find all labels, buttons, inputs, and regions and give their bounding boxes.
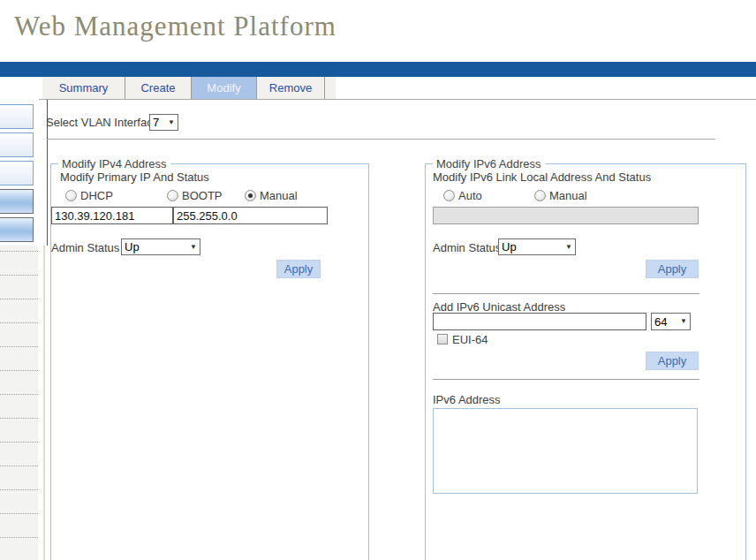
ipv6-apply-button[interactable]: Apply <box>646 260 699 278</box>
tab-bar: Summary Create Modify Remove <box>42 77 336 99</box>
sidebar-button-stack <box>0 104 34 246</box>
ipv6-section-title: Modify IPv6 Link Local Address And Statu… <box>433 170 651 184</box>
manual-radio-label: Manual <box>260 189 298 202</box>
auto-radio[interactable] <box>443 190 455 201</box>
ipv6-divider <box>433 293 699 294</box>
ipv6-admin-status-value: Up <box>502 240 517 254</box>
tab-summary[interactable]: Summary <box>42 77 125 99</box>
ipv6-address-listbox[interactable] <box>433 408 698 494</box>
sidebar-divider <box>43 246 45 560</box>
dhcp-radio[interactable] <box>65 190 77 201</box>
sidebar-tree-row <box>0 443 38 466</box>
sidebar-tree-row <box>0 514 38 538</box>
tab-create[interactable]: Create <box>125 77 192 99</box>
ipv6-admin-status-label: Admin Status <box>433 241 501 254</box>
ipv6-manual-radio[interactable] <box>534 190 546 201</box>
ipv4-admin-status-value: Up <box>125 240 140 254</box>
ipv4-address-input[interactable] <box>51 207 173 224</box>
dhcp-radio-label: DHCP <box>80 189 113 202</box>
sidebar-tree-row <box>0 323 38 347</box>
section-divider <box>47 139 715 140</box>
bootp-radio-label: BOOTP <box>182 189 223 202</box>
sidebar-item-selected[interactable] <box>0 189 34 214</box>
vlan-select-label: Select VLAN Interface <box>46 116 159 129</box>
sidebar-item-selected[interactable] <box>0 217 34 242</box>
manual-radio[interactable] <box>245 190 256 201</box>
prefix-length-select[interactable]: 64 ▼ <box>651 313 691 330</box>
ipv6-link-local-input <box>433 207 699 224</box>
ipv6-admin-status-select[interactable]: Up ▼ <box>498 238 576 255</box>
sidebar-item[interactable] <box>0 132 34 157</box>
ipv6-group-legend: Modify IPv6 Address <box>433 157 545 170</box>
tab-remove[interactable]: Remove <box>257 77 325 99</box>
tab-spacer <box>325 77 336 99</box>
auto-radio-label: Auto <box>458 189 482 202</box>
modify-ipv6-group: Modify IPv6 Address Modify IPv6 Link Loc… <box>425 163 746 560</box>
sidebar-tree-row <box>0 371 38 395</box>
ipv6-manual-radio-label: Manual <box>549 189 587 202</box>
sidebar-tree-row <box>0 395 38 419</box>
ipv4-mask-input[interactable] <box>173 207 328 224</box>
sidebar-tree-row <box>0 246 38 252</box>
ipv4-apply-button[interactable]: Apply <box>276 260 321 278</box>
dropdown-arrow-icon: ▼ <box>168 119 175 126</box>
dropdown-arrow-icon: ▼ <box>565 244 572 251</box>
sidebar-tree-row <box>0 490 38 514</box>
ipv4-admin-status-label: Admin Status <box>51 241 119 254</box>
vlan-interface-select[interactable]: 7 ▼ <box>149 114 178 131</box>
sidebar <box>0 77 38 560</box>
prefix-length-value: 64 <box>654 315 667 329</box>
sidebar-tree-row <box>0 347 38 371</box>
sidebar-tree-row <box>0 276 38 299</box>
tab-modify[interactable]: Modify <box>192 77 257 99</box>
page-title: Web Management Platform <box>14 11 336 42</box>
ipv4-group-legend: Modify IPv4 Address <box>58 157 170 170</box>
top-nav-bar <box>0 62 756 77</box>
screen: Web Management Platform <box>0 0 756 560</box>
banner: Web Management Platform <box>0 0 756 62</box>
sidebar-tree <box>0 246 38 560</box>
unicast-apply-button[interactable]: Apply <box>646 352 699 370</box>
modify-ipv4-group: Modify IPv4 Address Modify Primary IP An… <box>50 163 369 560</box>
sidebar-tree-row <box>0 466 38 490</box>
unicast-section-title: Add IPv6 Unicast Address <box>433 300 565 314</box>
sidebar-tree-row <box>0 299 38 323</box>
content-left-border <box>47 77 48 246</box>
sidebar-tree-row <box>0 538 38 560</box>
eui64-checkbox-label: EUI-64 <box>452 333 488 346</box>
bootp-radio[interactable] <box>167 190 178 201</box>
tabbar-divider <box>39 99 756 100</box>
sidebar-item[interactable] <box>0 161 34 185</box>
dropdown-arrow-icon: ▼ <box>680 318 687 325</box>
dropdown-arrow-icon: ▼ <box>190 244 197 251</box>
sidebar-item[interactable] <box>0 104 34 129</box>
ipv4-section-title: Modify Primary IP And Status <box>60 170 209 184</box>
sidebar-tree-row <box>0 419 38 443</box>
unicast-address-input[interactable] <box>433 313 646 330</box>
ipv4-admin-status-select[interactable]: Up ▼ <box>121 238 200 255</box>
sidebar-tree-row <box>0 252 38 276</box>
vlan-select-value: 7 <box>153 116 159 129</box>
eui64-checkbox[interactable] <box>437 334 448 344</box>
ipv6-divider <box>433 379 699 380</box>
ipv6-address-list-label: IPv6 Address <box>433 393 501 406</box>
